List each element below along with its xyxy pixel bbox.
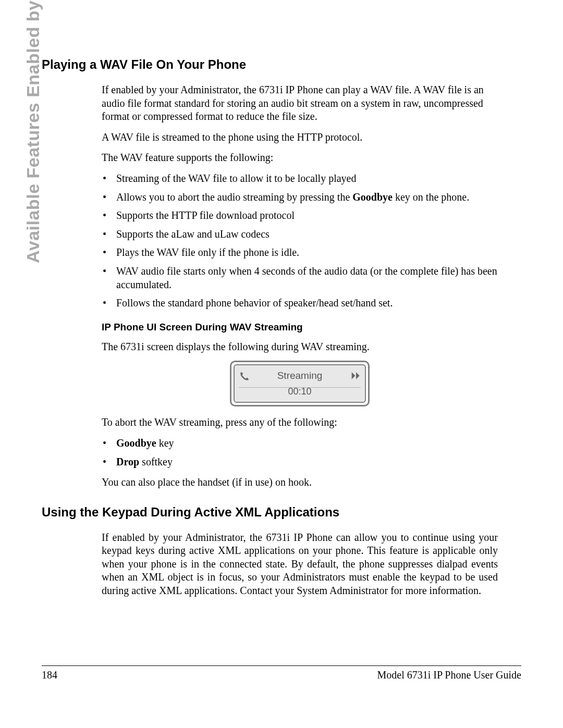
footer-rule <box>42 665 521 666</box>
list-item: Supports the aLaw and uLaw codecs <box>102 228 498 241</box>
page-footer: 184 Model 6731i IP Phone User Guide <box>42 665 521 681</box>
abort-bullet-list: Goodbye key Drop softkey <box>102 437 498 468</box>
list-item: Drop softkey <box>102 455 498 469</box>
document-title: Model 6731i IP Phone User Guide <box>377 669 521 681</box>
list-item: Plays the WAV file only if the phone is … <box>102 246 498 260</box>
section1-body: If enabled by your Administrator, the 67… <box>102 83 498 489</box>
para: You can also place the handset (if in us… <box>102 476 498 489</box>
phone-outer-frame: Streaming 00:10 <box>230 361 370 406</box>
heading-playing-wav: Playing a WAV File On Your Phone <box>42 57 521 72</box>
page-content: Playing a WAV File On Your Phone If enab… <box>42 0 521 605</box>
para: To abort the WAV streaming, press any of… <box>102 416 498 429</box>
phone-line1-text: Streaming <box>277 370 323 381</box>
list-item: WAV audio file starts only when 4 second… <box>102 265 498 291</box>
fast-forward-icon <box>350 371 362 382</box>
phone-screen-figure: Streaming 00:10 <box>230 361 370 406</box>
para: If enabled by your Administrator, the 67… <box>102 531 498 598</box>
side-section-label: Available Features Enabled by Administra… <box>23 0 43 263</box>
para: A WAV file is streamed to the phone usin… <box>102 131 498 144</box>
list-item: Follows the standard phone behavior of s… <box>102 297 498 310</box>
feature-bullet-list: Streaming of the WAV file to allow it to… <box>102 172 498 310</box>
para: If enabled by your Administrator, the 67… <box>102 83 498 124</box>
section2-body: If enabled by your Administrator, the 67… <box>102 531 498 598</box>
list-item: Streaming of the WAV file to allow it to… <box>102 172 498 186</box>
heading-using-keypad: Using the Keypad During Active XML Appli… <box>42 505 521 520</box>
phone-inner-screen: Streaming 00:10 <box>234 364 366 403</box>
list-item: Supports the HTTP file download protocol <box>102 209 498 223</box>
phone-line2-text: 00:10 <box>288 386 311 397</box>
para: The 6731i screen displays the following … <box>102 340 498 354</box>
para: The WAV feature supports the following: <box>102 151 498 165</box>
list-item: Goodbye key <box>102 437 498 450</box>
section2: Using the Keypad During Active XML Appli… <box>42 505 521 598</box>
subheading-ip-phone-ui: IP Phone UI Screen During WAV Streaming <box>102 322 498 333</box>
page-number: 184 <box>42 669 57 681</box>
phone-divider <box>239 387 361 388</box>
list-item: Allows you to abort the audio streaming … <box>102 191 498 204</box>
